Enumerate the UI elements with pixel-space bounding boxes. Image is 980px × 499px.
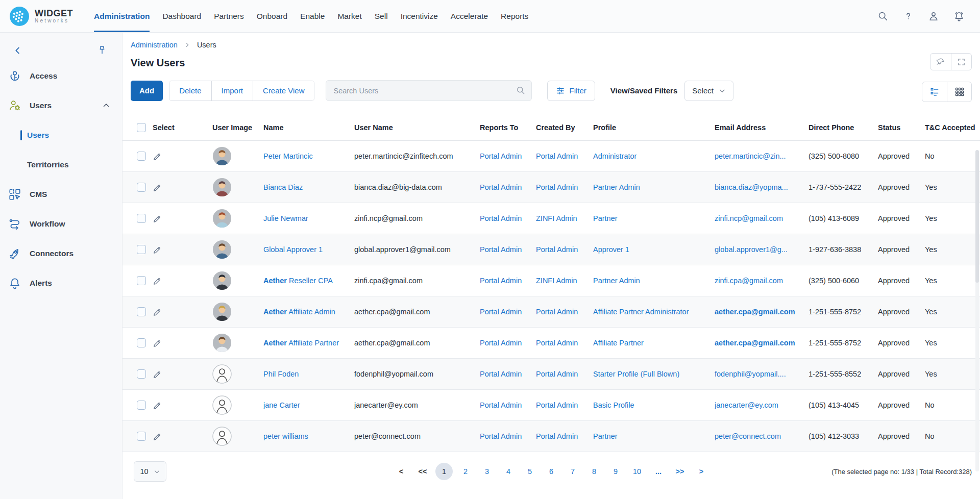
- email-link[interactable]: janecarter@ey.com: [715, 401, 808, 409]
- delete-button[interactable]: Delete: [169, 81, 211, 101]
- reports-to-link[interactable]: Portal Admin: [480, 401, 536, 409]
- created-by-link[interactable]: Portal Admin: [536, 152, 593, 160]
- row-checkbox[interactable]: [137, 214, 146, 223]
- user-name-link[interactable]: Aether Reseller CPA: [263, 277, 354, 285]
- import-button[interactable]: Import: [211, 81, 253, 101]
- page-next[interactable]: >: [693, 463, 710, 480]
- nav-item-dashboard[interactable]: Dashboard: [162, 0, 201, 32]
- page-10[interactable]: 10: [628, 463, 646, 480]
- account-icon[interactable]: [926, 9, 941, 24]
- row-checkbox[interactable]: [137, 369, 146, 379]
- profile-link[interactable]: Administrator: [593, 152, 715, 160]
- edit-icon[interactable]: [153, 338, 162, 348]
- created-by-link[interactable]: Portal Admin: [536, 245, 593, 254]
- created-by-link[interactable]: ZINFI Admin: [536, 277, 593, 285]
- edit-icon[interactable]: [153, 369, 162, 379]
- page-9[interactable]: 9: [607, 463, 624, 480]
- user-avatar[interactable]: [212, 364, 263, 384]
- sidebar-item-alerts[interactable]: Alerts: [0, 268, 122, 298]
- sidebar-item-connectors[interactable]: Connectors: [0, 239, 122, 268]
- edit-icon[interactable]: [153, 152, 162, 161]
- help-icon[interactable]: [900, 9, 916, 24]
- nav-item-onboard[interactable]: Onboard: [257, 0, 287, 32]
- page-8[interactable]: 8: [585, 463, 603, 480]
- user-avatar[interactable]: [212, 271, 263, 290]
- email-link[interactable]: aether.cpa@gmail.com: [715, 339, 808, 347]
- row-checkbox[interactable]: [137, 338, 146, 347]
- page-6[interactable]: 6: [543, 463, 560, 480]
- user-avatar[interactable]: [212, 302, 263, 321]
- created-by-link[interactable]: Portal Admin: [536, 401, 593, 409]
- nav-item-incentivize[interactable]: Incentivize: [401, 0, 438, 32]
- reports-to-link[interactable]: Portal Admin: [480, 152, 536, 160]
- reports-to-link[interactable]: Portal Admin: [480, 245, 536, 254]
- row-checkbox[interactable]: [137, 183, 146, 192]
- pin-panel-icon[interactable]: [930, 54, 951, 70]
- chevron-up-icon[interactable]: [102, 101, 111, 110]
- edit-icon[interactable]: [153, 276, 162, 286]
- created-by-link[interactable]: Portal Admin: [536, 432, 593, 440]
- profile-link[interactable]: Partner Admin: [593, 183, 715, 191]
- search-icon[interactable]: [516, 85, 526, 95]
- profile-link[interactable]: Approver 1: [593, 245, 715, 254]
- collapse-sidebar-icon[interactable]: [10, 43, 26, 58]
- row-checkbox[interactable]: [137, 152, 146, 161]
- page-size-select[interactable]: 10: [134, 461, 166, 482]
- user-avatar[interactable]: [212, 333, 263, 353]
- edit-icon[interactable]: [153, 432, 162, 441]
- row-checkbox[interactable]: [137, 245, 146, 254]
- profile-link[interactable]: Partner Admin: [593, 277, 715, 285]
- user-name-link[interactable]: peter williams: [263, 432, 354, 440]
- email-link[interactable]: fodenphil@yopmail....: [715, 370, 808, 378]
- edit-icon[interactable]: [153, 214, 162, 223]
- page-first[interactable]: <<: [414, 463, 431, 480]
- page-4[interactable]: 4: [500, 463, 517, 480]
- profile-link[interactable]: Basic Profile: [593, 401, 715, 409]
- row-checkbox[interactable]: [137, 401, 146, 410]
- user-name-link[interactable]: Peter Martincic: [263, 152, 354, 160]
- page-3[interactable]: 3: [478, 463, 496, 480]
- profile-link[interactable]: Affiliate Partner: [593, 339, 715, 347]
- page-last[interactable]: >>: [671, 463, 689, 480]
- email-link[interactable]: global.approver1@g...: [715, 245, 808, 254]
- email-link[interactable]: zinfi.ncp@gmail.com: [715, 214, 808, 222]
- grid-view-icon[interactable]: [947, 82, 971, 102]
- nav-item-sell[interactable]: Sell: [375, 0, 388, 32]
- sidebar-item-cms[interactable]: CMS: [0, 180, 122, 209]
- sidebar-subitem-territorries[interactable]: Territorries: [0, 150, 122, 180]
- page-ellipsis[interactable]: ...: [650, 463, 667, 480]
- page-1[interactable]: 1: [435, 463, 453, 480]
- user-name-link[interactable]: jane Carter: [263, 401, 354, 409]
- sidebar-item-users[interactable]: Users: [0, 91, 122, 120]
- filter-button[interactable]: Filter: [547, 81, 595, 101]
- created-by-link[interactable]: Portal Admin: [536, 183, 593, 191]
- reports-to-link[interactable]: Portal Admin: [480, 370, 536, 378]
- user-avatar[interactable]: [212, 395, 263, 415]
- email-link[interactable]: peter@connect.com: [715, 432, 808, 440]
- reports-to-link[interactable]: Portal Admin: [480, 214, 536, 222]
- list-view-icon[interactable]: [922, 82, 947, 102]
- email-link[interactable]: peter.martincic@zin...: [715, 152, 808, 160]
- notifications-icon[interactable]: [951, 9, 967, 24]
- profile-link[interactable]: Partner: [593, 214, 715, 222]
- row-checkbox[interactable]: [137, 432, 146, 441]
- search-input[interactable]: [326, 80, 532, 101]
- page-prev[interactable]: <: [393, 463, 410, 480]
- reports-to-link[interactable]: Portal Admin: [480, 308, 536, 316]
- edit-icon[interactable]: [153, 401, 162, 410]
- page-2[interactable]: 2: [457, 463, 474, 480]
- user-name-link[interactable]: Julie Newmar: [263, 214, 354, 222]
- user-name-link[interactable]: Phil Foden: [263, 370, 354, 378]
- profile-link[interactable]: Starter Profile (Full Blown): [593, 370, 715, 378]
- user-name-link[interactable]: Global Approver 1: [263, 245, 354, 254]
- select-all-checkbox[interactable]: [137, 123, 146, 132]
- created-by-link[interactable]: Portal Admin: [536, 370, 593, 378]
- search-icon[interactable]: [875, 9, 890, 24]
- nav-item-administration[interactable]: Administration: [94, 0, 150, 32]
- created-by-link[interactable]: Portal Admin: [536, 308, 593, 316]
- sidebar-item-access[interactable]: Access: [0, 61, 122, 91]
- reports-to-link[interactable]: Portal Admin: [480, 339, 536, 347]
- user-name-link[interactable]: Aether Affiliate Partner: [263, 339, 354, 347]
- add-button[interactable]: Add: [131, 81, 163, 101]
- saved-filters-select[interactable]: Select: [684, 81, 733, 101]
